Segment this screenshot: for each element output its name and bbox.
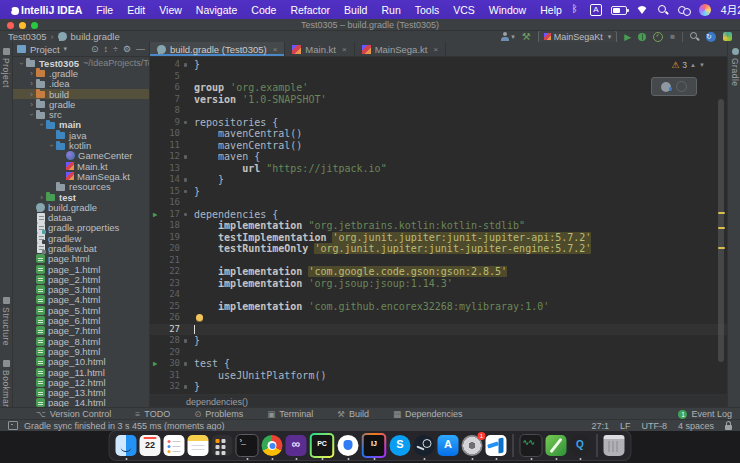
tree-row-gamecenter[interactable]: GameCenter xyxy=(13,151,149,161)
profile-icon[interactable]: ▾ xyxy=(501,32,515,41)
tree-row-main[interactable]: ›main xyxy=(13,120,149,130)
settings-gear-icon[interactable]: ⚙ xyxy=(123,44,131,54)
code-line-19[interactable]: 19 testImplementation 'org.junit.jupiter… xyxy=(150,232,727,244)
code-line-4[interactable]: 4} xyxy=(150,59,727,71)
code-line-32[interactable]: 32} xyxy=(150,381,727,393)
code-line-5[interactable]: 5 xyxy=(150,71,727,83)
chevron-down-icon[interactable]: › xyxy=(17,59,26,68)
tool-window-button-dependencies[interactable]: ▦Dependencies xyxy=(393,409,463,419)
breadcrumb-project[interactable]: Test0305 xyxy=(8,31,47,42)
dock-visual-studio-icon[interactable] xyxy=(286,435,307,456)
dock-notes-icon[interactable] xyxy=(188,435,209,456)
wifi-icon[interactable] xyxy=(636,4,648,16)
code-editor[interactable]: ⚠ 3 ▲▼ 4}56group 'org.example'7version '… xyxy=(150,57,727,394)
close-icon[interactable]: × xyxy=(342,45,347,54)
tab-main-kt[interactable]: Main.kt× xyxy=(285,42,354,56)
chevron-down-icon[interactable]: › xyxy=(47,141,56,150)
code-line-26[interactable]: 26 xyxy=(150,312,727,324)
breadcrumb-file[interactable]: build.gradle xyxy=(71,31,120,42)
user-switch-icon[interactable] xyxy=(678,4,690,16)
menu-window[interactable]: Window xyxy=(482,4,533,16)
code-line-15[interactable]: 15} xyxy=(150,186,727,198)
dock-calendar-icon[interactable]: 22 xyxy=(140,435,161,456)
tree-row-page-2-html[interactable]: page_2.html xyxy=(13,274,149,284)
code-line-25[interactable]: 25 implementation 'com.github.encorex322… xyxy=(150,301,727,313)
tree-row-page-1-html[interactable]: page_1.html xyxy=(13,264,149,274)
fold-marker[interactable] xyxy=(184,339,188,343)
tree-row-mainsega-kt[interactable]: MainSega.kt xyxy=(13,171,149,181)
code-line-16[interactable]: 16 xyxy=(150,197,727,209)
fold-marker[interactable] xyxy=(184,63,188,67)
menu-refactor[interactable]: Refactor xyxy=(283,4,337,16)
build-project-icon[interactable]: ⚒ xyxy=(522,31,531,42)
dock-skype-icon[interactable] xyxy=(390,435,411,456)
tree-row-page-3-html[interactable]: page_3.html xyxy=(13,285,149,295)
tree-row-src[interactable]: ›src xyxy=(13,109,149,119)
fold-marker[interactable] xyxy=(184,155,188,159)
dock-green-app-icon[interactable] xyxy=(546,435,567,456)
code-line-28[interactable]: 28} xyxy=(150,335,727,347)
chevron-right-icon[interactable]: › xyxy=(27,100,36,109)
menu-tools[interactable]: Tools xyxy=(408,4,447,16)
tree-row-page-4-html[interactable]: page_4.html xyxy=(13,295,149,305)
tree-row-gradlew-bat[interactable]: gradlew.bat xyxy=(13,243,149,253)
tool-window-button-problems[interactable]: ⊙Problems xyxy=(194,409,243,419)
run-button[interactable]: ▶ xyxy=(624,32,631,42)
code-line-31[interactable]: 31 useJUnitPlatform() xyxy=(150,370,727,382)
close-icon[interactable]: × xyxy=(273,45,278,54)
code-line-8[interactable]: 8 xyxy=(150,105,727,117)
menu-view[interactable]: View xyxy=(152,4,189,16)
tree-row-page-12-html[interactable]: page_12.html xyxy=(13,377,149,387)
hide-panel-icon[interactable]: — xyxy=(136,44,145,54)
run-gutter-icon[interactable]: ▶ xyxy=(153,209,158,221)
stop-button[interactable]: ■ xyxy=(670,32,675,41)
tab-mainsega-kt[interactable]: MainSega.kt× xyxy=(355,42,446,56)
code-line-10[interactable]: 10 mavenCentral() xyxy=(150,128,727,140)
menu-file[interactable]: File xyxy=(89,4,120,16)
zoom-window-button[interactable] xyxy=(31,22,38,29)
code-line-14[interactable]: 14 } xyxy=(150,174,727,186)
menubar-clock[interactable]: 4月22日 週五 19:06 xyxy=(721,2,740,17)
window-titlebar[interactable]: Test0305 – build.gradle (Test0305) xyxy=(0,19,740,31)
fold-marker[interactable] xyxy=(184,190,188,194)
tool-button-structure[interactable]: Structure xyxy=(1,297,11,346)
tree-row-build-gradle[interactable]: build.gradle xyxy=(13,202,149,212)
tab-build-gradle-test0305[interactable]: build.gradle (Test0305)× xyxy=(150,42,285,56)
tree-row-resources[interactable]: resources xyxy=(13,182,149,192)
chevron-right-icon[interactable]: › xyxy=(27,79,36,88)
editor-breadcrumb[interactable]: dependencies() xyxy=(150,394,727,408)
tree-row-page-5-html[interactable]: page_5.html xyxy=(13,305,149,315)
tree-row-main-kt[interactable]: Main.kt xyxy=(13,161,149,171)
tree-row-gradlew[interactable]: gradlew xyxy=(13,233,149,243)
fold-marker[interactable] xyxy=(184,213,188,217)
battery-icon[interactable] xyxy=(611,6,627,15)
tool-window-button-todo[interactable]: ≡TODO xyxy=(135,409,170,419)
menu-run[interactable]: Run xyxy=(374,4,407,16)
tree-row-page-8-html[interactable]: page_8.html xyxy=(13,336,149,346)
tree-row-page-11-html[interactable]: page_11.html xyxy=(13,367,149,377)
code-line-27[interactable]: 27 xyxy=(150,324,727,336)
lock-icon[interactable] xyxy=(725,425,732,430)
dock-terminal-icon[interactable] xyxy=(236,434,259,457)
tool-window-button-terminal[interactable]: ▣Terminal xyxy=(267,409,313,419)
code-line-22[interactable]: 22 implementation 'com.google.code.gson:… xyxy=(150,266,727,278)
tree-row-test[interactable]: ›test xyxy=(13,192,149,202)
chevron-down-icon[interactable]: › xyxy=(27,110,36,119)
chevron-down-icon[interactable]: › xyxy=(37,120,46,129)
caret-position[interactable]: 27:1 xyxy=(591,421,609,431)
menu-help[interactable]: Help xyxy=(533,4,569,16)
chevron-right-icon[interactable]: › xyxy=(27,90,36,99)
dock-appstore-icon[interactable] xyxy=(438,435,459,456)
menu-edit[interactable]: Edit xyxy=(120,4,152,16)
dock-settings-icon[interactable]: 1 xyxy=(462,435,483,456)
tool-window-button-build[interactable]: ⚒Build xyxy=(337,409,369,419)
dock-vscode-icon[interactable] xyxy=(486,435,507,456)
code-line-23[interactable]: 23 implementation 'org.jsoup:jsoup:1.14.… xyxy=(150,278,727,290)
fold-marker[interactable] xyxy=(184,385,188,389)
code-line-11[interactable]: 11 mavenCentral() xyxy=(150,140,727,152)
plugin-icon[interactable] xyxy=(723,32,732,41)
fold-marker[interactable] xyxy=(184,178,188,182)
tree-row-idea[interactable]: ›.idea xyxy=(13,79,149,89)
dock-reminders-icon[interactable] xyxy=(164,435,185,456)
chevron-down-icon[interactable]: ▾ xyxy=(64,45,68,53)
